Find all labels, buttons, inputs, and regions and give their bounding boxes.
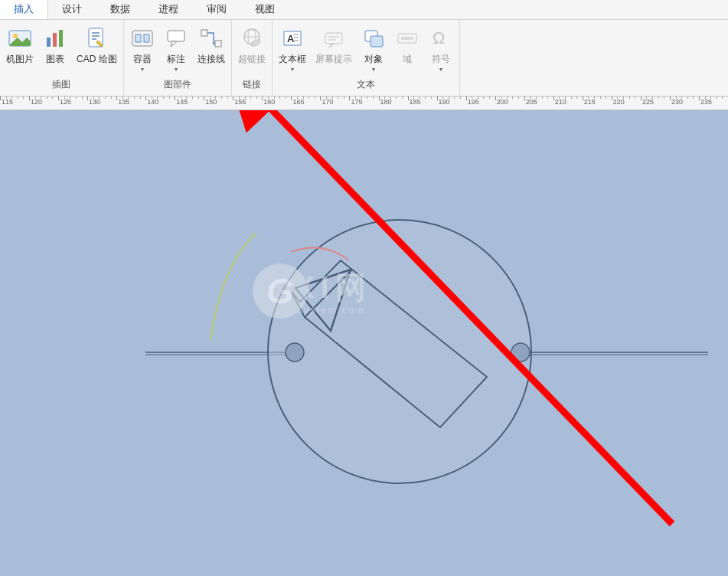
connector-icon: [199, 26, 224, 51]
ruler-tick: 210: [553, 97, 583, 110]
svg-point-33: [268, 220, 531, 483]
ruler-tick: 195: [466, 97, 495, 110]
ruler-tick: 205: [524, 97, 553, 110]
ruler-tick: 135: [116, 97, 145, 110]
svg-rect-25: [371, 36, 383, 47]
svg-rect-4: [59, 30, 63, 47]
ruler-tick: 225: [641, 97, 670, 110]
svg-text:Ω: Ω: [433, 28, 445, 47]
ribbon-group-links: 超链接 链接: [232, 20, 273, 96]
ruler-tick: 175: [349, 97, 378, 110]
ribbon-tabs: 插入 设计 数据 进程 审阅 视图: [0, 0, 728, 20]
group-label-diagram-parts: 图部件: [164, 77, 191, 94]
field-label: 域: [403, 54, 412, 64]
ruler-tick: 145: [175, 97, 204, 110]
object-label: 对象: [364, 54, 383, 64]
insert-cad-label: CAD 绘图: [77, 54, 117, 64]
tab-insert[interactable]: 插入: [0, 0, 48, 19]
object-icon: [361, 26, 386, 51]
hyperlink-icon: [240, 26, 264, 51]
hyperlink-label: 超链接: [238, 54, 266, 64]
field-icon: [395, 26, 419, 51]
ruler-tick: 185: [408, 97, 437, 110]
container-icon: [130, 26, 155, 51]
chart-icon: [43, 26, 67, 51]
insert-chart-label: 图表: [46, 54, 64, 64]
svg-text:A: A: [287, 33, 295, 44]
ribbon-group-diagram-parts: 容器 ▾ 标注 ▾ 连接线 图部件: [124, 20, 232, 96]
ruler-tick: 130: [87, 97, 116, 110]
symbol-label: 符号: [432, 54, 450, 64]
insert-chart-button[interactable]: 图表: [38, 23, 72, 67]
symbol-button[interactable]: Ω 符号 ▾: [424, 23, 458, 76]
svg-point-35: [511, 343, 530, 362]
ruler-tick: 190: [437, 97, 466, 110]
ruler-tick: 200: [495, 97, 524, 110]
drawing-canvas[interactable]: G XI网 system.com: [0, 110, 728, 576]
insert-cad-button[interactable]: CAD 绘图: [72, 23, 122, 67]
callout-button[interactable]: 标注 ▾: [159, 23, 193, 76]
canvas-drawing: [0, 110, 728, 576]
svg-point-34: [286, 343, 304, 362]
svg-point-1: [13, 34, 18, 38]
object-button[interactable]: 对象 ▾: [357, 23, 390, 76]
tab-design[interactable]: 设计: [48, 0, 96, 19]
chevron-down-icon: ▾: [175, 66, 178, 73]
group-label-links: 链接: [243, 77, 261, 94]
textbox-button[interactable]: A 文本框 ▾: [274, 23, 311, 76]
ruler-tick: 150: [204, 97, 233, 110]
insert-image-label: 机图片: [6, 54, 34, 64]
ruler-tick: 165: [291, 97, 320, 110]
connector-label: 连接线: [198, 54, 225, 64]
ruler-tick: 125: [58, 97, 87, 110]
ruler-tick: 155: [233, 97, 262, 110]
screentip-icon: [322, 26, 346, 51]
cad-icon: [84, 26, 109, 51]
ruler-tick: 180: [379, 97, 408, 110]
horizontal-ruler: 1151201251301351401451501551601651701751…: [0, 97, 728, 110]
chevron-down-icon: ▾: [439, 66, 442, 73]
svg-rect-27: [401, 37, 413, 40]
symbol-icon: Ω: [429, 26, 453, 51]
ruler-tick: 115: [0, 97, 29, 110]
ruler-tick: 160: [262, 97, 291, 110]
hyperlink-button[interactable]: 超链接: [233, 23, 270, 67]
svg-rect-2: [47, 38, 51, 47]
container-button[interactable]: 容器 ▾: [126, 23, 159, 76]
tab-data[interactable]: 数据: [96, 0, 145, 19]
svg-rect-7: [135, 34, 141, 42]
chevron-down-icon: ▾: [141, 66, 144, 73]
container-label: 容器: [133, 54, 152, 64]
ruler-tick: 170: [320, 97, 349, 110]
chevron-down-icon: ▾: [291, 66, 294, 73]
connector-button[interactable]: 连接线: [193, 23, 230, 67]
ruler-tick: 235: [699, 97, 728, 110]
textbox-icon: A: [280, 26, 305, 51]
svg-rect-8: [144, 34, 149, 42]
chevron-down-icon: ▾: [372, 66, 375, 73]
svg-rect-10: [201, 30, 207, 36]
svg-rect-21: [325, 33, 342, 44]
ribbon-group-text: A 文本框 ▾ 屏幕提示 对象 ▾: [273, 20, 460, 96]
insert-image-button[interactable]: 机图片: [2, 23, 38, 67]
ribbon: 机图片 图表 CAD 绘图 插图 容器: [0, 20, 728, 97]
ruler-tick: 230: [670, 97, 699, 110]
ruler-tick: 220: [612, 97, 641, 110]
screentip-button[interactable]: 屏幕提示: [311, 23, 357, 67]
field-button[interactable]: 域: [390, 23, 424, 67]
tab-review[interactable]: 审阅: [193, 0, 241, 19]
group-label-illustration: 插图: [52, 77, 70, 94]
ribbon-group-illustration: 机图片 图表 CAD 绘图 插图: [0, 20, 124, 96]
textbox-label: 文本框: [279, 54, 306, 64]
ruler-tick: 120: [29, 97, 58, 110]
callout-label: 标注: [167, 54, 185, 64]
image-icon: [8, 26, 32, 51]
svg-rect-11: [215, 41, 221, 47]
ruler-tick: 215: [583, 97, 612, 110]
svg-rect-9: [168, 31, 184, 41]
group-label-text: 文本: [357, 77, 375, 94]
tab-view[interactable]: 视图: [241, 0, 289, 19]
ruler-tick: 140: [145, 97, 175, 110]
svg-rect-3: [53, 33, 57, 47]
tab-process[interactable]: 进程: [145, 0, 193, 19]
